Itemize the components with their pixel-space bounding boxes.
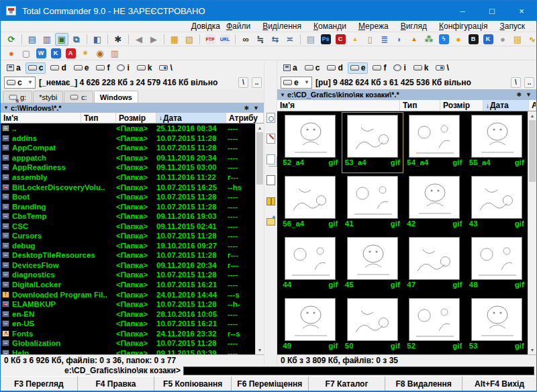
file-row[interactable]: Downloaded Program Fil..<Папка>24.01.201… <box>1 289 255 299</box>
right-header-дата[interactable]: ↓Дата <box>483 100 529 111</box>
blank-doc-icon[interactable]: ▯ <box>363 33 377 46</box>
left-drive-button-k[interactable]: k <box>134 62 155 74</box>
scroll-up-icon[interactable]: ▲ <box>256 124 264 132</box>
thumbnail-item[interactable]: 52gif <box>403 295 466 354</box>
view-button[interactable] <box>266 113 275 123</box>
file-row[interactable]: DevicesFlow<Папка>09.11.2016 20:34r--- <box>1 260 255 271</box>
thumbnail-item[interactable]: 54_a4gif <box>403 112 466 173</box>
left-header-тип[interactable]: Тип <box>81 113 116 123</box>
comodo-icon[interactable]: C <box>334 33 347 46</box>
left-root-button[interactable]: \ <box>238 77 248 88</box>
details-view-icon[interactable]: ▥ <box>40 33 54 46</box>
thumbnail-item[interactable]: 47gif <box>403 234 466 295</box>
right-scroll-thumb[interactable] <box>529 120 536 182</box>
folder-tab-g[interactable]: g: <box>3 91 32 103</box>
menu-item-configuration[interactable]: Конфігурація <box>433 21 493 31</box>
thumbnail-item[interactable]: 43gif <box>466 173 528 234</box>
file-row[interactable]: Globalization<Папка>10.07.2015 11:28---- <box>1 338 255 348</box>
file-row[interactable]: debug<Папка>19.10.2016 09:27---- <box>1 241 255 251</box>
copy-button[interactable] <box>266 154 275 164</box>
folder-tab-c[interactable]: c: <box>64 91 93 103</box>
file-row[interactable]: DigitalLocker<Папка>10.07.2015 16:21---- <box>1 280 255 290</box>
menu-item-help[interactable]: Довідка <box>191 21 220 31</box>
fkey-copy-button[interactable]: F5 Копіювання <box>154 377 232 391</box>
right-parent-button[interactable]: .. <box>524 77 534 88</box>
brief-view-icon[interactable]: ▤ <box>26 33 39 46</box>
file-row[interactable]: CbsTemp<Папка>09.11.2016 19:03---- <box>1 211 255 222</box>
menu-item-net[interactable]: Мережа <box>352 21 395 31</box>
folder-tab-stybi[interactable]: *stybi <box>33 91 63 103</box>
left-drive-button-d[interactable]: d <box>48 62 68 74</box>
file-row[interactable]: DesktopTileResources<Папка>10.07.2015 11… <box>1 250 255 260</box>
file-row[interactable]: Help<Папка>09.11.2015 03:39---- <box>1 348 255 354</box>
menu-item-show[interactable]: Вигляд <box>395 21 433 31</box>
fkey-mkdir-button[interactable]: F7 Каталог <box>309 377 386 391</box>
favorites-icon[interactable]: ✱ <box>242 105 252 111</box>
file-row[interactable]: en-US<Папка>10.07.2015 16:21---- <box>1 319 255 329</box>
right-drive-button-a[interactable]: a <box>281 62 300 74</box>
alert-circle-icon[interactable]: ● <box>452 33 465 46</box>
word-icon[interactable]: W <box>34 47 48 60</box>
bars-icon[interactable]: ▥ <box>108 47 121 60</box>
favorites-icon[interactable]: ✱ <box>515 91 524 98</box>
thumbnail-item[interactable]: 48gif <box>466 234 528 295</box>
left-scrollbar[interactable]: ▲ ▼ <box>255 124 264 354</box>
left-scroll-thumb[interactable] <box>256 132 263 185</box>
thumbnail-item[interactable]: 41gif <box>342 173 404 234</box>
thumbnail-item[interactable]: 50gif <box>342 295 404 354</box>
thumbnail-item[interactable]: 53_a4gif <box>342 112 404 173</box>
fkey-view-button[interactable]: F3 Перегляд <box>1 377 78 391</box>
right-drive-button-k[interactable]: k <box>411 62 432 74</box>
menu-item-files[interactable]: Файли <box>220 21 256 31</box>
right-header-тип[interactable]: Тип <box>400 100 440 111</box>
plant-app-icon[interactable]: ⁂ <box>422 33 436 46</box>
left-drive-button-net[interactable]: \ <box>156 62 175 74</box>
edit-button[interactable] <box>266 134 275 144</box>
left-drive-combo[interactable]: c ▼ <box>4 77 36 89</box>
right-header-ім'я[interactable]: Ім'я <box>277 100 400 111</box>
thumbnail-item[interactable]: 49gif <box>279 295 342 354</box>
file-row[interactable]: BitLockerDiscoveryVolu..<Папка>10.07.201… <box>1 182 255 192</box>
right-root-button[interactable]: \ <box>511 77 521 88</box>
left-drive-button-a[interactable]: a <box>4 62 23 74</box>
right-drive-button-i[interactable]: i <box>391 62 408 74</box>
right-drive-button-net[interactable]: \ <box>433 62 451 74</box>
k-circle-icon[interactable]: K <box>49 47 62 60</box>
forward-icon[interactable]: ▶ <box>147 33 160 46</box>
path-dropdown-icon[interactable]: ▼ <box>280 92 285 98</box>
move-button[interactable] <box>266 175 275 185</box>
left-drive-button-e[interactable]: e <box>71 62 92 74</box>
thumbnail-item[interactable]: 55_a4gif <box>466 112 528 173</box>
file-row[interactable]: Fonts<Папка>24.11.2016 23:32r--s <box>1 328 255 338</box>
command-input[interactable] <box>183 366 534 375</box>
left-drive-button-i[interactable]: i <box>114 62 132 74</box>
left-path-bar[interactable]: ▼ c:\Windows\*.* ✱ ▼ <box>1 103 264 113</box>
file-row[interactable]: Cursors<Папка>10.07.2015 11:28---- <box>1 231 255 241</box>
firefox-icon[interactable]: ● <box>5 47 18 60</box>
right-drive-button-d[interactable]: d <box>324 62 345 74</box>
notes-app-icon[interactable]: ▤ <box>511 33 524 46</box>
avira-icon[interactable]: A <box>64 47 77 60</box>
right-drive-button-e[interactable]: e <box>348 62 369 74</box>
left-drive-button-c[interactable]: c <box>26 62 46 74</box>
scroll-up-icon[interactable]: ▲ <box>528 111 536 120</box>
notepad-icon[interactable]: ▤ <box>304 33 318 46</box>
kmplayer-icon[interactable]: K <box>481 33 495 46</box>
left-parent-button[interactable]: .. <box>252 77 262 88</box>
window-app-icon[interactable]: ▢ <box>19 47 33 60</box>
back-icon[interactable]: ◀ <box>132 33 146 46</box>
file-row[interactable]: en-EN<Папка>28.10.2016 10:05---- <box>1 309 255 319</box>
minimize-button[interactable]: – <box>448 1 477 21</box>
file-row[interactable]: assembly<Папка>10.11.2016 11:22r--- <box>1 173 255 183</box>
new-folder-button[interactable] <box>266 218 275 226</box>
fkey-exit-button[interactable]: Alt+F4 Вихід <box>462 377 536 391</box>
swap-panels-icon[interactable]: ◧ <box>91 33 104 46</box>
thumbnail-item[interactable]: 45gif <box>342 234 404 295</box>
ftp-url-icon[interactable]: URL <box>218 33 232 46</box>
file-row[interactable]: Branding<Папка>10.07.2015 11:28---- <box>1 201 255 211</box>
right-header-розмір[interactable]: Розмір <box>440 100 483 111</box>
compare-icon[interactable]: ≍ <box>283 33 297 46</box>
left-header-дата[interactable]: ↓Дата <box>156 113 226 123</box>
maximize-button[interactable]: □ <box>477 1 507 21</box>
new-item-icon[interactable]: ✱ <box>111 33 125 46</box>
